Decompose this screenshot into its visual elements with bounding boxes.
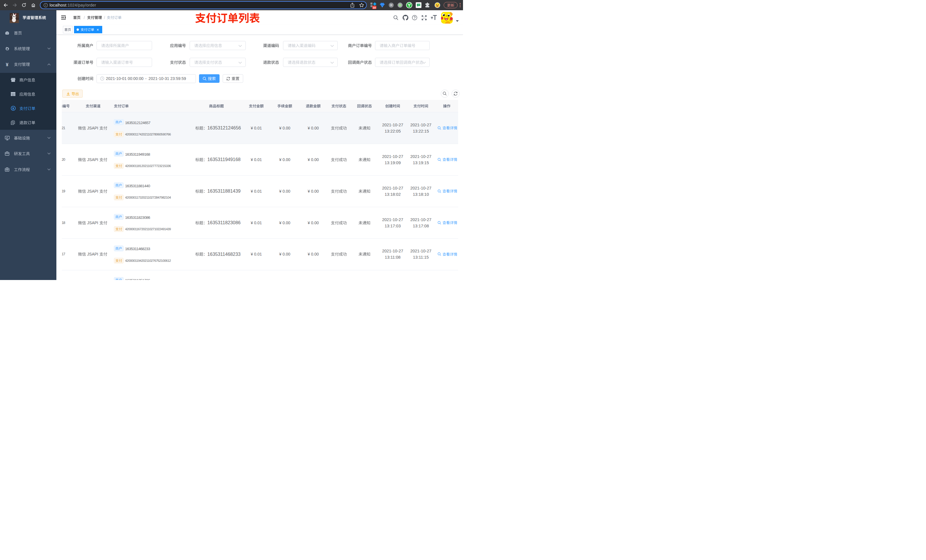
svg-text:⌘: ⌘ xyxy=(390,3,393,7)
svg-text:¥: ¥ xyxy=(12,107,14,110)
svg-text:¥: ¥ xyxy=(6,62,9,67)
svg-text:10: 10 xyxy=(373,6,376,9)
